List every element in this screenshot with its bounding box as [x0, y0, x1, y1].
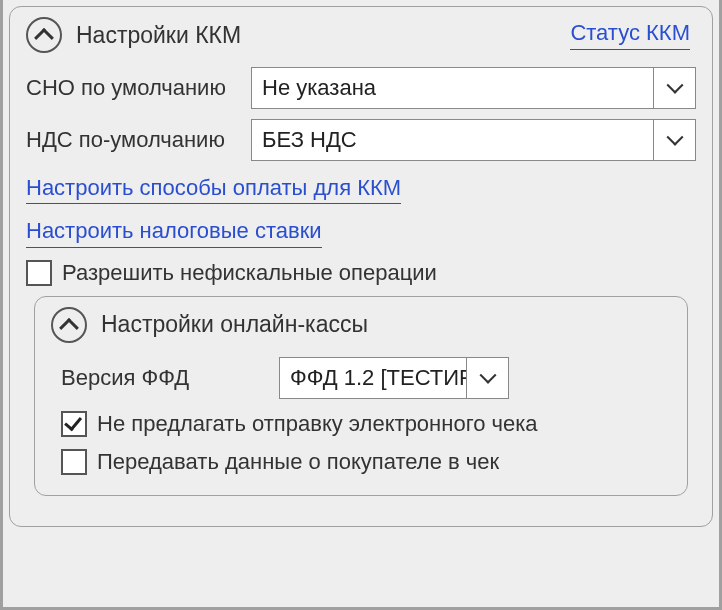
buyer-data-checkbox[interactable] [61, 449, 87, 475]
configure-tax-link[interactable]: Настроить налоговые ставки [26, 218, 322, 247]
nds-combobox[interactable]: БЕЗ НДС [251, 119, 696, 161]
sno-label: СНО по умолчанию [26, 75, 241, 101]
kkm-title: Настройки ККМ [76, 22, 241, 49]
no-eticket-label: Не предлагать отправку электронного чека [97, 411, 538, 437]
chevron-up-icon [59, 318, 79, 338]
ffd-value: ФФД 1.2 [ТЕСТИР [280, 358, 466, 398]
sno-combobox[interactable]: Не указана [251, 67, 696, 109]
window-frame: Настройки ККМ Статус ККМ СНО по умолчани… [0, 0, 722, 610]
chevron-down-icon [666, 129, 683, 146]
chevron-down-icon [479, 366, 496, 383]
sno-dropdown-button[interactable] [653, 68, 695, 108]
nds-label: НДС по-умолчанию [26, 127, 241, 153]
ffd-combobox[interactable]: ФФД 1.2 [ТЕСТИР [279, 357, 509, 399]
online-title: Настройки онлайн-кассы [101, 311, 368, 338]
nonfiscal-label: Разрешить нефискальные операции [62, 260, 437, 286]
chevron-down-icon [666, 77, 683, 94]
no-eticket-checkbox[interactable] [61, 411, 87, 437]
nds-dropdown-button[interactable] [653, 120, 695, 160]
ffd-dropdown-button[interactable] [466, 358, 508, 398]
chevron-up-icon [34, 28, 54, 48]
sno-value: Не указана [252, 68, 653, 108]
collapse-button-kkm[interactable] [26, 17, 62, 53]
buyer-data-label: Передавать данные о покупателе в чек [97, 449, 499, 475]
nds-value: БЕЗ НДС [252, 120, 653, 160]
status-kkm-link[interactable]: Статус ККМ [570, 20, 690, 49]
collapse-button-online[interactable] [51, 307, 87, 343]
nonfiscal-checkbox[interactable] [26, 260, 52, 286]
online-kassa-panel: Настройки онлайн-кассы Версия ФФД ФФД 1.… [34, 296, 688, 496]
configure-payment-link[interactable]: Настроить способы оплаты для ККМ [26, 175, 401, 204]
kkm-settings-panel: Настройки ККМ Статус ККМ СНО по умолчани… [9, 6, 713, 527]
ffd-label: Версия ФФД [61, 365, 261, 391]
